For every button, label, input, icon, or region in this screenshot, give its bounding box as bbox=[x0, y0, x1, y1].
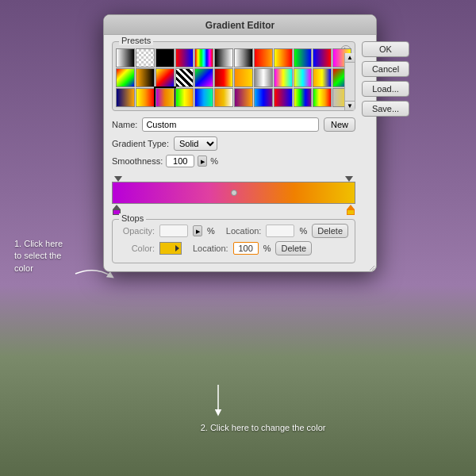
opacity-arrow[interactable]: ▶ bbox=[193, 225, 202, 236]
annotation-left: 1. Click here to select the color bbox=[14, 238, 78, 274]
presets-grid bbox=[116, 48, 351, 107]
preset-swatch-25[interactable] bbox=[116, 88, 135, 107]
name-row: Name: New bbox=[112, 117, 355, 132]
location-unit-1: % bbox=[299, 226, 307, 236]
preset-swatch-31[interactable] bbox=[234, 88, 253, 107]
smoothness-input[interactable] bbox=[166, 155, 194, 167]
smoothness-arrow[interactable]: ▶ bbox=[198, 155, 207, 167]
dialog-buttons: OK Cancel Load... Save... bbox=[362, 41, 409, 263]
preset-swatch-19[interactable] bbox=[234, 68, 253, 87]
svg-line-1 bbox=[372, 268, 374, 271]
preset-swatch-35[interactable] bbox=[313, 88, 332, 107]
ok-button[interactable]: OK bbox=[362, 41, 409, 57]
color-preview-button[interactable] bbox=[159, 242, 182, 255]
opacity-input[interactable] bbox=[159, 225, 188, 237]
gradient-bar[interactable] bbox=[112, 182, 355, 204]
preset-swatch-22[interactable] bbox=[294, 68, 313, 87]
scroll-track bbox=[345, 63, 355, 101]
opacity-field-label: Opacity: bbox=[119, 226, 155, 236]
gradient-type-row: Gradient Type: Solid Noise bbox=[112, 136, 355, 151]
smoothness-row: Smoothness: ▶ % bbox=[112, 155, 355, 167]
gradient-type-label: Gradient Type: bbox=[112, 139, 169, 148]
stops-group-label: Stops bbox=[119, 213, 146, 223]
gradient-bar-container bbox=[112, 172, 355, 216]
annotation-bottom: 2. Click here to change the color bbox=[201, 423, 326, 432]
name-field-label: Name: bbox=[112, 120, 137, 129]
preset-swatch-14[interactable] bbox=[136, 68, 155, 87]
preset-swatch-11[interactable] bbox=[313, 48, 332, 67]
preset-swatch-33[interactable] bbox=[274, 88, 293, 107]
color-location-label: Location: bbox=[193, 244, 228, 253]
presets-group: Presets ▲ ▼ bbox=[112, 41, 355, 111]
delete-button-2[interactable]: Delete bbox=[275, 241, 312, 255]
preset-swatch-6[interactable] bbox=[214, 48, 233, 67]
scroll-up-button[interactable]: ▲ bbox=[345, 53, 355, 63]
preset-swatch-9[interactable] bbox=[274, 48, 293, 67]
preset-swatch-4[interactable] bbox=[175, 48, 194, 67]
preset-swatch-10[interactable] bbox=[294, 48, 313, 67]
preset-swatch-20[interactable] bbox=[254, 68, 273, 87]
opacity-stop-right[interactable] bbox=[345, 176, 353, 182]
name-input[interactable] bbox=[142, 117, 319, 132]
preset-swatch-7[interactable] bbox=[234, 48, 253, 67]
preset-swatch-21[interactable] bbox=[274, 68, 293, 87]
location-label-1: Location: bbox=[226, 226, 262, 236]
opacity-stops-row bbox=[112, 172, 355, 182]
load-button[interactable]: Load... bbox=[362, 81, 409, 97]
color-row: Color: Location: % Delete bbox=[119, 241, 348, 255]
preset-swatch-5[interactable] bbox=[194, 48, 213, 67]
stops-group: Stops Opacity: ▶ % Location: % Delete Co… bbox=[112, 219, 355, 263]
preset-swatch-17[interactable] bbox=[194, 68, 213, 87]
preset-swatch-23[interactable] bbox=[313, 68, 332, 87]
preset-swatch-13[interactable] bbox=[116, 68, 135, 87]
preset-swatch-29[interactable] bbox=[194, 88, 213, 107]
gradient-midpoint[interactable] bbox=[231, 190, 237, 196]
smoothness-label: Smoothness: bbox=[112, 156, 163, 166]
preset-swatch-2[interactable] bbox=[136, 48, 155, 67]
color-stop-right[interactable] bbox=[347, 205, 355, 215]
resize-handle[interactable] bbox=[367, 262, 374, 270]
presets-scrollbar: ▲ ▼ bbox=[344, 53, 355, 110]
cancel-button[interactable]: Cancel bbox=[362, 61, 409, 77]
opacity-row: Opacity: ▶ % Location: % Delete bbox=[119, 224, 348, 238]
preset-swatch-3[interactable] bbox=[155, 48, 175, 67]
arrow-bottom-icon bbox=[210, 385, 226, 416]
opacity-unit: % bbox=[207, 226, 215, 236]
preset-swatch-8[interactable] bbox=[254, 48, 273, 67]
color-location-unit: % bbox=[263, 244, 271, 253]
delete-button-1[interactable]: Delete bbox=[312, 224, 348, 238]
gradient-editor-dialog: Gradient Editor Presets ▲ ▼ bbox=[103, 14, 377, 272]
preset-swatch-27[interactable] bbox=[155, 88, 175, 107]
preset-swatch-1[interactable] bbox=[116, 48, 135, 67]
preset-swatch-16[interactable] bbox=[175, 68, 194, 87]
color-field-label: Color: bbox=[119, 244, 155, 253]
preset-swatch-15[interactable] bbox=[155, 68, 175, 87]
color-location-input[interactable] bbox=[233, 242, 259, 255]
preset-swatch-28[interactable] bbox=[175, 88, 194, 107]
gradient-type-select[interactable]: Solid Noise bbox=[174, 136, 217, 151]
scroll-down-button[interactable]: ▼ bbox=[345, 101, 355, 110]
presets-wrapper bbox=[116, 45, 351, 107]
preset-swatch-26[interactable] bbox=[136, 88, 155, 107]
color-stops-row bbox=[112, 205, 355, 216]
dialog-main: Presets ▲ ▼ Name: bbox=[112, 41, 355, 263]
preset-swatch-32[interactable] bbox=[254, 88, 273, 107]
preset-swatch-18[interactable] bbox=[214, 68, 233, 87]
smoothness-unit: % bbox=[210, 156, 218, 166]
location-input-1[interactable] bbox=[266, 225, 294, 237]
opacity-stop-left[interactable] bbox=[114, 176, 122, 182]
preset-swatch-30[interactable] bbox=[214, 88, 233, 107]
preset-swatch-34[interactable] bbox=[294, 88, 313, 107]
presets-label: Presets bbox=[119, 36, 153, 45]
new-button[interactable]: New bbox=[324, 117, 355, 132]
save-button[interactable]: Save... bbox=[362, 101, 409, 117]
dialog-title: Gradient Editor bbox=[104, 15, 376, 35]
svg-line-0 bbox=[370, 266, 374, 271]
